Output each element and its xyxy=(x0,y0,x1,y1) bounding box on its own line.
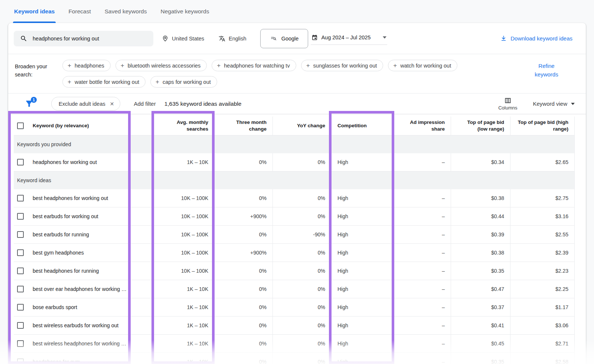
yoy-change-cell: 0% xyxy=(273,353,332,364)
table-row[interactable]: best over ear headphones for working …1K… xyxy=(14,280,575,298)
add-filter-button[interactable]: Add filter xyxy=(134,101,156,107)
cell-value: High xyxy=(337,250,348,256)
broaden-chip[interactable]: +watch for working out xyxy=(388,60,457,71)
cell-value: $2.71 xyxy=(555,341,568,347)
cell-value: 0% xyxy=(318,250,325,256)
cell-value: $0.35 xyxy=(491,359,504,364)
broaden-chip[interactable]: +headphones for watching tv xyxy=(212,60,296,71)
broaden-chip[interactable]: +sunglasses for working out xyxy=(301,60,384,71)
row-checkbox[interactable] xyxy=(17,286,24,292)
columns-icon xyxy=(504,97,512,104)
header-avg-monthly-searches[interactable]: Avg. monthly searches xyxy=(152,117,215,135)
cell-value: – xyxy=(442,322,445,328)
remove-filter-icon[interactable]: ✕ xyxy=(110,101,114,107)
avg-monthly-searches-cell: 10K – 100K xyxy=(152,207,215,225)
language-selector[interactable]: English xyxy=(219,35,247,42)
ad-impression-share-cell: – xyxy=(394,189,451,207)
table-row[interactable]: best earbuds for running10K – 100K0%-90%… xyxy=(14,226,575,244)
header-top-of-page-bid-high[interactable]: Top of page bid (high range) xyxy=(510,117,575,135)
tab-forecast[interactable]: Forecast xyxy=(68,0,91,23)
table-row[interactable]: best headphones for working out10K – 100… xyxy=(14,189,575,207)
header-competition[interactable]: Competition xyxy=(332,117,394,135)
cell-value: +900% xyxy=(250,250,267,256)
spacer-cell xyxy=(129,207,152,225)
ad-impression-share-cell: – xyxy=(394,153,451,171)
competition-cell: High xyxy=(332,207,394,225)
location-selector[interactable]: United States xyxy=(162,35,204,42)
spacer-cell xyxy=(129,244,152,262)
top-of-page-bid-high-cell: $2.25 xyxy=(510,280,575,298)
table-row[interactable]: headphones for working out1K – 10K0%0%Hi… xyxy=(14,153,575,171)
translate-icon xyxy=(219,35,225,42)
keyword-text: bose earbuds sport xyxy=(33,304,77,310)
three-month-change-cell: +900% xyxy=(215,207,273,225)
header-label: Keyword (by relevance) xyxy=(33,122,89,129)
keyword-search-input[interactable]: headphones for working out xyxy=(14,31,153,46)
cell-value: 0% xyxy=(259,232,267,237)
tab-keyword-ideas[interactable]: Keyword ideas xyxy=(14,0,55,23)
header-label: Ad impression share xyxy=(399,119,445,132)
date-range-selector[interactable]: Aug 2024 – Jul 2025 xyxy=(311,32,387,45)
network-selector[interactable]: Google xyxy=(260,29,309,48)
keyword-text: headphones for working out xyxy=(33,159,97,165)
avg-monthly-searches-cell: 10K – 100K xyxy=(152,189,215,207)
yoy-change-cell: 0% xyxy=(273,189,332,207)
cell-value: $0.44 xyxy=(491,213,504,219)
header-three-month-change[interactable]: Three month change xyxy=(215,117,273,135)
tab-bar: Keyword ideasForecastSaved keywordsNegat… xyxy=(0,0,594,23)
row-checkbox[interactable] xyxy=(17,249,24,256)
date-range-value: Aug 2024 – Jul 2025 xyxy=(321,35,371,40)
top-of-page-bid-low-cell: $0.47 xyxy=(451,280,510,298)
cell-value: High xyxy=(337,268,348,274)
broaden-chip[interactable]: +caps for working out xyxy=(150,76,217,88)
avg-monthly-searches-cell: 1K – 10K xyxy=(152,335,215,352)
row-checkbox[interactable] xyxy=(17,268,24,274)
view-selector[interactable]: Keyword view xyxy=(533,101,575,107)
refine-keywords-link[interactable]: Refine keywords xyxy=(529,62,564,79)
row-checkbox[interactable] xyxy=(17,231,24,238)
row-checkbox[interactable] xyxy=(17,322,24,329)
competition-cell: High xyxy=(332,317,394,334)
broaden-chip[interactable]: +bluetooth wireless accessories xyxy=(115,60,207,71)
competition-cell: High xyxy=(332,280,394,298)
active-filter-chip[interactable]: Exclude adult ideas ✕ xyxy=(51,97,120,111)
main-card: headphones for working out United States… xyxy=(8,23,586,364)
table-row[interactable]: best earbuds for working out10K – 100K+9… xyxy=(14,207,575,226)
table-row[interactable]: best wireless headphones for working …1K… xyxy=(14,335,575,353)
broaden-chip[interactable]: +water bottle for working out xyxy=(62,76,146,88)
broaden-chips: +headphones+bluetooth wireless accessori… xyxy=(62,60,504,88)
cell-value: 0% xyxy=(318,268,325,274)
broaden-chip[interactable]: +headphones xyxy=(62,60,111,71)
top-of-page-bid-high-cell: $3.06 xyxy=(510,317,575,334)
cell-value: – xyxy=(442,359,445,364)
keyword-cell: headphones for working out xyxy=(14,153,129,171)
row-checkbox[interactable] xyxy=(17,358,24,364)
table-row[interactable]: headphones for gym1K – 10K0%0%High–$0.35… xyxy=(14,353,575,364)
header-yoy-change[interactable]: YoY change xyxy=(273,117,332,135)
top-of-page-bid-high-cell: $3.16 xyxy=(510,207,575,225)
select-all-checkbox[interactable] xyxy=(17,122,24,129)
tab-negative-keywords[interactable]: Negative keywords xyxy=(160,0,209,23)
table-row[interactable]: best headphones for running10K – 100K0%0… xyxy=(14,262,575,280)
competition-cell: High xyxy=(332,153,394,171)
row-checkbox[interactable] xyxy=(17,159,24,165)
cell-value: High xyxy=(337,213,348,219)
table-row[interactable]: best gym headphones10K – 100K+900%0%High… xyxy=(14,244,575,262)
header-label: Avg. monthly searches xyxy=(158,119,208,132)
columns-button[interactable]: Columns xyxy=(498,97,517,111)
tab-saved-keywords[interactable]: Saved keywords xyxy=(105,0,147,23)
header-top-of-page-bid-low[interactable]: Top of page bid (low range) xyxy=(451,117,510,135)
row-checkbox[interactable] xyxy=(17,340,24,347)
ad-impression-share-cell: – xyxy=(394,335,451,352)
header-keyword[interactable]: Keyword (by relevance) xyxy=(14,117,129,135)
table-row[interactable]: bose earbuds sport1K – 10K0%0%High–$0.37… xyxy=(14,298,575,317)
row-checkbox[interactable] xyxy=(17,195,24,201)
row-checkbox[interactable] xyxy=(17,304,24,311)
download-keyword-ideas-button[interactable]: Download keyword ideas xyxy=(500,35,572,42)
filter-button[interactable]: 1 xyxy=(25,99,34,109)
cell-value: -90% xyxy=(313,232,325,237)
row-checkbox[interactable] xyxy=(17,213,24,220)
header-ad-impression-share[interactable]: Ad impression share xyxy=(394,117,451,135)
table-row[interactable]: best wireless earbuds for working out1K … xyxy=(14,317,575,335)
header-spacer xyxy=(129,117,152,135)
